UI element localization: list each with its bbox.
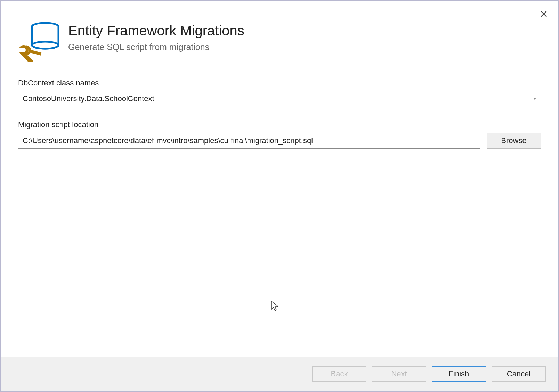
dialog-header: Entity Framework Migrations Generate SQL… bbox=[18, 17, 541, 62]
browse-button[interactable]: Browse bbox=[487, 133, 541, 149]
cancel-button[interactable]: Cancel bbox=[492, 366, 546, 382]
dialog-footer: Back Next Finish Cancel bbox=[1, 357, 558, 391]
location-label: Migration script location bbox=[18, 120, 541, 129]
dbcontext-label: DbContext class names bbox=[18, 79, 541, 88]
svg-rect-7 bbox=[19, 48, 25, 52]
finish-button[interactable]: Finish bbox=[432, 366, 486, 382]
location-field-group: Migration script location Browse bbox=[18, 120, 541, 149]
dbcontext-combobox[interactable] bbox=[18, 91, 541, 106]
dbcontext-field-group: DbContext class names ▼ bbox=[18, 79, 541, 106]
next-button: Next bbox=[372, 366, 426, 382]
dialog-body: Entity Framework Migrations Generate SQL… bbox=[1, 1, 558, 357]
page-title: Entity Framework Migrations bbox=[68, 23, 244, 39]
back-button: Back bbox=[312, 366, 366, 382]
page-subtitle: Generate SQL script from migrations bbox=[68, 42, 244, 52]
svg-point-3 bbox=[32, 42, 58, 49]
migrations-icon bbox=[18, 20, 60, 62]
close-icon[interactable] bbox=[540, 10, 547, 19]
location-input[interactable] bbox=[18, 133, 480, 149]
